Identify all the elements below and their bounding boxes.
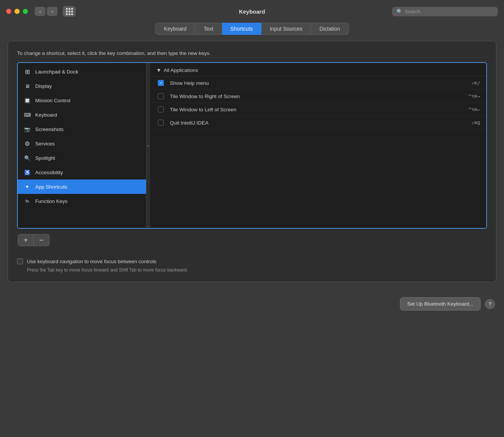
- add-shortcut-button[interactable]: +: [18, 234, 34, 246]
- window-title: Keyboard: [239, 8, 265, 15]
- traffic-lights: [6, 9, 28, 14]
- tab-text[interactable]: Text: [195, 23, 222, 35]
- sidebar-label-function-keys: Function Keys: [35, 198, 68, 204]
- nav-checkbox-label: Use keyboard navigation to move focus be…: [27, 259, 156, 264]
- mission-control-icon: 🔲: [23, 96, 31, 105]
- sidebar-label-keyboard: Keyboard: [35, 112, 57, 118]
- search-box: 🔍: [392, 7, 498, 16]
- sidebar-item-spotlight[interactable]: 🔍 Spotlight: [18, 151, 146, 165]
- sidebar-label-launchpad: Launchpad & Dock: [35, 69, 78, 75]
- titlebar: ‹ › Keyboard 🔍: [0, 0, 504, 23]
- services-icon: ⚙: [23, 139, 31, 148]
- shortcut-row-show-help[interactable]: ✓ Show Help menu ⇧⌘/: [150, 76, 486, 90]
- sidebar-item-mission-control[interactable]: 🔲 Mission Control: [18, 93, 146, 108]
- checkbox-tile-right[interactable]: [156, 93, 165, 99]
- accessibility-icon: ♿: [23, 168, 31, 176]
- right-pane: ▼ All Applications ✓ Show Help menu ⇧⌘/ …: [150, 63, 486, 228]
- sidebar-item-accessibility[interactable]: ♿ Accessibility: [18, 165, 146, 179]
- shortcut-keys-tile-left: ^⌥⌘←: [468, 107, 480, 112]
- shortcut-row-tile-left[interactable]: Tile Window to Left of Screen ^⌥⌘←: [150, 103, 486, 116]
- right-pane-title: All Applications: [163, 67, 198, 73]
- sidebar-item-app-shortcuts[interactable]: ✦ App Shortcuts: [18, 179, 146, 194]
- tab-keyboard[interactable]: Keyboard: [155, 23, 195, 35]
- main-content: Keyboard Text Shortcuts Input Sources Di…: [0, 23, 504, 318]
- shortcut-keys-tile-right: ^⌥⌘→: [468, 94, 480, 99]
- shortcut-keys-quit-intellij: ⇧⌘Q: [471, 120, 480, 126]
- app-shortcuts-icon: ✦: [23, 183, 31, 191]
- tab-input-sources[interactable]: Input Sources: [261, 23, 311, 35]
- split-pane: ⊞ Launchpad & Dock 🖥 Display 🔲 Mission C…: [17, 62, 487, 229]
- function-keys-icon: fn: [23, 197, 31, 205]
- right-pane-header: ▼ All Applications: [150, 63, 486, 76]
- grid-button[interactable]: [63, 6, 76, 17]
- sidebar-item-display[interactable]: 🖥 Display: [18, 79, 146, 93]
- panel: To change a shortcut, select it, click t…: [8, 41, 496, 282]
- checkbox-quit-intellij[interactable]: [156, 120, 165, 126]
- bottom-section: Use keyboard navigation to move focus be…: [17, 258, 487, 273]
- sidebar-label-screenshots: Screenshots: [35, 126, 64, 132]
- sidebar-item-screenshots[interactable]: 📷 Screenshots: [18, 122, 146, 136]
- sidebar-label-services: Services: [35, 141, 55, 147]
- launchpad-icon: ⊞: [23, 67, 31, 76]
- unchecked-icon: [158, 120, 164, 126]
- tab-bar: Keyboard Text Shortcuts Input Sources Di…: [8, 23, 496, 35]
- instruction-text: To change a shortcut, select it, click t…: [17, 50, 487, 56]
- checked-icon: ✓: [158, 80, 164, 86]
- setup-bluetooth-button[interactable]: Set Up Bluetooth Keyboard...: [400, 297, 481, 311]
- checkbox-show-help[interactable]: ✓: [156, 80, 165, 86]
- sidebar-label-app-shortcuts: App Shortcuts: [35, 184, 67, 190]
- grid-icon: [66, 8, 73, 15]
- forward-button[interactable]: ›: [47, 7, 58, 16]
- sidebar-label-mission-control: Mission Control: [35, 98, 70, 103]
- remove-shortcut-button[interactable]: −: [34, 234, 50, 246]
- add-remove-buttons: + −: [18, 234, 487, 246]
- shortcut-keys-show-help: ⇧⌘/: [471, 80, 480, 86]
- nav-checkbox-row: Use keyboard navigation to move focus be…: [17, 258, 487, 264]
- nav-checkbox-sublabel: Press the Tab key to move focus forward …: [27, 267, 487, 273]
- minimize-button[interactable]: [14, 9, 20, 14]
- sidebar-label-accessibility: Accessibility: [35, 170, 63, 175]
- sidebar-list: ⊞ Launchpad & Dock 🖥 Display 🔲 Mission C…: [18, 63, 146, 228]
- tab-shortcuts[interactable]: Shortcuts: [222, 23, 261, 35]
- shortcut-name-tile-right: Tile Window to Right of Screen: [170, 94, 464, 99]
- nav-checkbox[interactable]: [17, 258, 23, 264]
- maximize-button[interactable]: [23, 9, 28, 14]
- search-icon: 🔍: [397, 9, 403, 14]
- back-button[interactable]: ‹: [35, 7, 45, 16]
- help-button[interactable]: ?: [485, 299, 495, 309]
- nav-buttons: ‹ ›: [35, 7, 58, 16]
- unchecked-icon: [158, 106, 164, 112]
- shortcut-name-tile-left: Tile Window to Left of Screen: [170, 107, 464, 112]
- collapse-icon[interactable]: ▼: [156, 67, 161, 73]
- footer: Set Up Bluetooth Keyboard... ?: [8, 297, 496, 311]
- sidebar-item-launchpad[interactable]: ⊞ Launchpad & Dock: [18, 64, 146, 79]
- shortcut-row-quit-intellij[interactable]: Quit IntelliJ IDEA ⇧⌘Q: [150, 116, 486, 130]
- display-icon: 🖥: [23, 82, 31, 90]
- shortcut-name-quit-intellij: Quit IntelliJ IDEA: [170, 120, 467, 126]
- sidebar-label-spotlight: Spotlight: [35, 155, 55, 161]
- search-input[interactable]: [405, 9, 493, 14]
- close-button[interactable]: [6, 9, 11, 14]
- screenshots-icon: 📷: [23, 125, 31, 133]
- resizer[interactable]: ▸: [146, 63, 150, 228]
- checkbox-tile-left[interactable]: [156, 106, 165, 112]
- shortcut-row-tile-right[interactable]: Tile Window to Right of Screen ^⌥⌘→: [150, 90, 486, 103]
- sidebar-label-display: Display: [35, 83, 52, 89]
- spotlight-icon: 🔍: [23, 154, 31, 162]
- shortcut-name-show-help: Show Help menu: [170, 80, 467, 86]
- unchecked-icon: [158, 93, 164, 99]
- keyboard-icon: ⌨: [23, 111, 31, 119]
- sidebar-item-services[interactable]: ⚙ Services: [18, 136, 146, 151]
- sidebar-item-keyboard[interactable]: ⌨ Keyboard: [18, 108, 146, 122]
- tab-dictation[interactable]: Dictation: [311, 23, 348, 35]
- sidebar-item-function-keys[interactable]: fn Function Keys: [18, 194, 146, 208]
